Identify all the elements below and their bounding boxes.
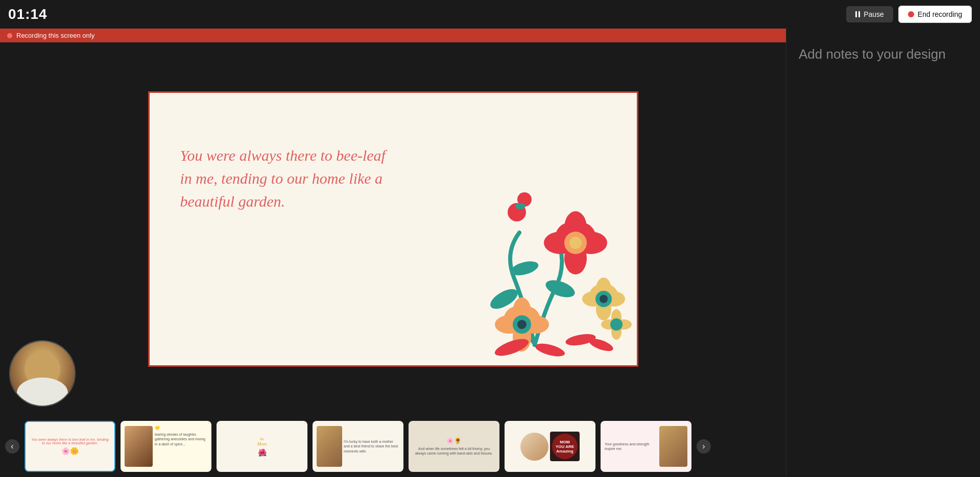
webcam-face <box>10 341 75 406</box>
thumbnail-1[interactable]: You were always there to bee-leaf in me,… <box>25 421 115 472</box>
timer-display: 01:14 <box>8 6 47 22</box>
svg-point-10 <box>569 237 582 249</box>
recording-banner-text: Recording this screen only <box>16 32 94 39</box>
thumbnail-2-content: 💛 tearing streaks of laughter, gathering… <box>121 421 211 472</box>
notes-title: Add notes to your design <box>799 45 968 63</box>
notes-panel: Add notes to your design <box>786 29 980 477</box>
thumbnail-3[interactable]: toMom 🌺 <box>217 421 307 472</box>
thumbnail-7[interactable]: Your goodness and strength inspire me. <box>601 421 691 472</box>
svg-point-21 <box>517 320 527 329</box>
end-recording-button[interactable]: End recording <box>898 6 972 23</box>
main-content: Recording this screen only You were alwa… <box>0 29 980 477</box>
thumbnail-2[interactable]: 💛 tearing streaks of laughter, gathering… <box>121 421 211 472</box>
webcam-overlay <box>9 340 76 407</box>
record-dot-icon <box>908 11 914 17</box>
pause-label: Pause <box>864 10 884 18</box>
pause-button[interactable]: Pause <box>846 6 893 22</box>
canvas-area: Recording this screen only You were alwa… <box>0 29 786 477</box>
thumbnail-5[interactable]: 🌸🌻 And when life sometimes felt a bit th… <box>409 421 499 472</box>
thumbnail-4-content: I'm lucky to have both a mother and a be… <box>313 421 403 472</box>
slide-frame[interactable]: You were always there to bee-leaf in me,… <box>148 91 638 367</box>
thumbnail-strip: ‹ You were always there to bee-leaf in m… <box>0 416 786 477</box>
svg-point-36 <box>610 318 623 331</box>
pause-icon <box>855 11 860 17</box>
thumbnail-4[interactable]: I'm lucky to have both a mother and a be… <box>313 421 403 472</box>
thumbnail-1-content: You were always there to bee-leaf in me,… <box>26 422 114 471</box>
thumbnail-next-button[interactable]: › <box>697 439 711 454</box>
thumbnail-3-content: toMom 🌺 <box>217 421 307 472</box>
topbar: 01:14 Pause End recording <box>0 0 980 29</box>
recording-dot-icon <box>7 33 12 38</box>
svg-point-23 <box>534 341 566 359</box>
thumbnail-prev-button[interactable]: ‹ <box>5 439 19 454</box>
slide-quote: You were always there to bee-leaf in me,… <box>180 144 400 213</box>
recording-banner: Recording this screen only <box>0 29 786 42</box>
slide-viewer: You were always there to bee-leaf in me,… <box>0 42 786 416</box>
end-recording-label: End recording <box>918 10 962 18</box>
svg-point-31 <box>600 295 608 303</box>
svg-point-13 <box>515 203 525 209</box>
thumbnail-5-content: 🌸🌻 And when life sometimes felt a bit th… <box>409 421 499 472</box>
thumbnail-6-content: MOMYOU AREAmazing <box>505 421 595 472</box>
thumbnail-6[interactable]: MOMYOU AREAmazing <box>505 421 595 472</box>
thumbnail-7-content: Your goodness and strength inspire me. <box>601 421 691 472</box>
topbar-controls: Pause End recording <box>846 6 972 23</box>
flowers-decoration <box>422 151 637 365</box>
